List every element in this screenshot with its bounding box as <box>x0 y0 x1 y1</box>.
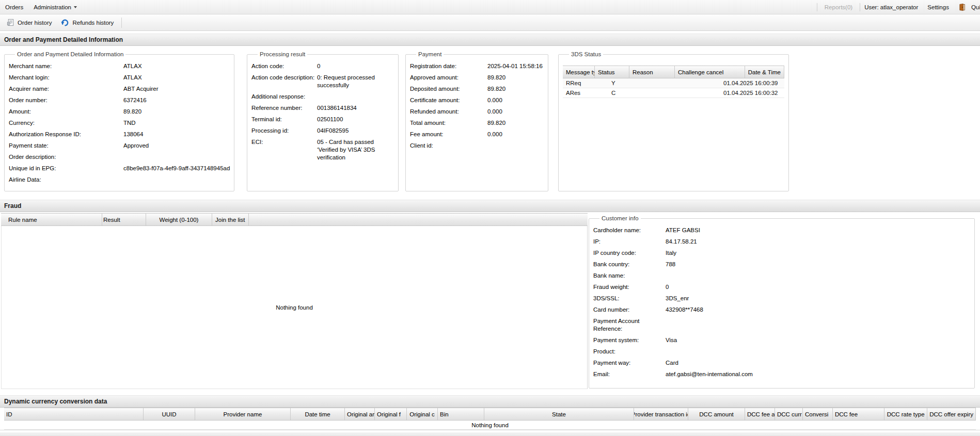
column-header[interactable]: Provider transaction id <box>634 408 688 420</box>
dcc-table: ID UUID Provider name Date time Original… <box>4 408 976 421</box>
menu-orders[interactable]: Orders <box>0 4 28 10</box>
field-row: Fraud weight: 0 <box>593 283 970 291</box>
column-header[interactable]: Date & Time <box>745 66 784 78</box>
field-label: Payment Account Reference: <box>593 317 666 333</box>
field-value: TND <box>123 119 230 127</box>
field-row: Merchant name: ATLAX <box>9 62 230 70</box>
field-value: 89.820 <box>487 85 544 93</box>
column-header[interactable]: Status <box>595 66 629 78</box>
refunds-history-button[interactable]: Refunds history <box>56 16 118 29</box>
column-header[interactable]: UUID <box>144 408 195 420</box>
field-row: Total amount: 89.820 <box>410 119 544 127</box>
dcc-section-header: Dynamic currency conversion data <box>0 395 980 408</box>
column-header[interactable]: Original c <box>407 408 438 420</box>
divider <box>817 3 817 11</box>
processing-result-fieldset: Processing result Action code: 0 Action … <box>247 51 399 191</box>
processing-result-fields: Action code: 0 Action code description: … <box>251 57 394 162</box>
table-row[interactable]: RReq Y 01.04.2025 16:00:39 <box>563 78 784 88</box>
field-label: Email: <box>593 370 666 378</box>
column-header[interactable]: Challenge cancel <box>675 66 745 78</box>
menu-administration[interactable]: Administration <box>28 4 82 10</box>
field-label: Additional response: <box>251 93 317 101</box>
fraud-panel: Rule name Result Weight (0-100) Join the… <box>0 212 980 394</box>
3ds-table-header: Message type Status Reason Challenge can… <box>563 66 784 78</box>
processing-result-legend: Processing result <box>258 51 307 57</box>
order-info-fieldset: Order and Payment Detailed Information M… <box>4 51 234 191</box>
column-header[interactable]: DCC offer expiry <box>927 408 976 420</box>
menu-reports: Reports(0) <box>821 4 856 10</box>
field-row: Bank country: 788 <box>593 261 970 268</box>
field-row: Card number: 432908**7468 <box>593 306 970 314</box>
column-header[interactable]: Message type <box>563 66 595 78</box>
column-header[interactable]: Bin <box>438 408 484 420</box>
column-header[interactable]: Join the list <box>212 214 249 225</box>
column-header[interactable]: Conversi <box>803 408 833 420</box>
order-history-button[interactable]: Order history <box>2 16 56 29</box>
cell-message-type: RReq <box>563 78 608 88</box>
column-header[interactable]: Weight (0-100) <box>146 214 212 225</box>
customer-info-legend: Customer info <box>599 215 641 221</box>
column-header[interactable]: DCC fee amount <box>745 408 775 420</box>
column-header[interactable]: Original amount <box>345 408 375 420</box>
field-label: Unique id in EPG: <box>9 165 123 172</box>
column-header[interactable]: ID <box>4 408 144 420</box>
field-value: 001386141834 <box>317 104 394 112</box>
field-row: Refunded amount: 0.000 <box>410 108 544 116</box>
field-value: Approved <box>123 142 230 150</box>
field-row: IP country code: Italy <box>593 249 970 257</box>
field-value: ATLAX <box>123 62 230 70</box>
field-label: Merchant login: <box>9 74 123 82</box>
field-row: Cardholder name: ATEF GABSI <box>593 227 970 234</box>
column-header[interactable]: Reason <box>629 66 675 78</box>
field-value <box>487 142 544 150</box>
field-value: 0.000 <box>487 96 544 104</box>
field-label: Action code: <box>251 62 317 70</box>
column-header[interactable]: DCC amount <box>688 408 745 420</box>
column-header[interactable]: Original f <box>375 408 407 420</box>
field-value <box>317 93 394 101</box>
field-value: Card <box>666 359 970 367</box>
field-row: Payment state: Approved <box>9 142 230 150</box>
field-value: atef.gabsi@ten-international.com <box>666 370 970 378</box>
field-value: Italy <box>666 249 970 257</box>
field-value: 2025-04-01 15:58:16 <box>487 62 544 70</box>
cell-status: Y <box>608 78 640 88</box>
column-header[interactable]: DCC curr <box>775 408 803 420</box>
fraud-table-header: Rule name Result Weight (0-100) Join the… <box>1 213 588 226</box>
field-label: Amount: <box>9 108 123 116</box>
payment-fieldset: Payment Registration date: 2025-04-01 15… <box>405 51 548 191</box>
table-row[interactable]: ARes C 01.04.2025 16:00:32 <box>563 88 784 98</box>
field-value: 0.000 <box>487 108 544 116</box>
field-label: 3DS/SSL: <box>593 295 666 302</box>
field-row: Email: atef.gabsi@ten-international.com <box>593 370 970 378</box>
column-header[interactable]: DCC fee <box>833 408 884 420</box>
field-value <box>666 348 970 356</box>
divider <box>860 3 860 11</box>
cell-status: C <box>608 88 640 98</box>
menu-quit[interactable]: Quit <box>970 4 980 10</box>
field-value: 6372416 <box>123 96 230 104</box>
column-header[interactable]: Provider name <box>195 408 291 420</box>
field-label: Order number: <box>9 96 123 104</box>
refunds-history-label: Refunds history <box>72 20 114 26</box>
field-value: 138064 <box>123 131 230 138</box>
field-label: Payment state: <box>9 142 123 150</box>
customer-info-fieldset: Customer info Cardholder name: ATEF GABS… <box>589 215 975 389</box>
field-row: Order description: <box>9 153 230 161</box>
field-label: IP: <box>593 238 666 246</box>
field-label: Reference number: <box>251 104 317 112</box>
column-header[interactable]: Date time <box>291 408 345 420</box>
3ds-status-legend: 3DS Status <box>569 51 603 57</box>
3ds-status-fieldset: 3DS Status Message type Status Reason Ch… <box>558 51 789 191</box>
toolbar: Order history Refunds history <box>0 14 980 31</box>
column-header[interactable]: DCC rate type <box>884 408 927 420</box>
field-row: Processing id: 04IF082595 <box>251 127 394 135</box>
field-row: Certificate amount: 0.000 <box>410 96 544 104</box>
field-value: 0 <box>666 283 970 291</box>
exit-door-icon[interactable] <box>958 3 966 11</box>
column-header[interactable]: Result <box>102 214 146 225</box>
field-value: c8be9e83-f07a-4ef9-9aff-3437148945ad <box>123 165 230 172</box>
menu-settings[interactable]: Settings <box>922 4 954 10</box>
column-header[interactable]: State <box>484 408 634 420</box>
column-header[interactable]: Rule name <box>1 214 102 225</box>
